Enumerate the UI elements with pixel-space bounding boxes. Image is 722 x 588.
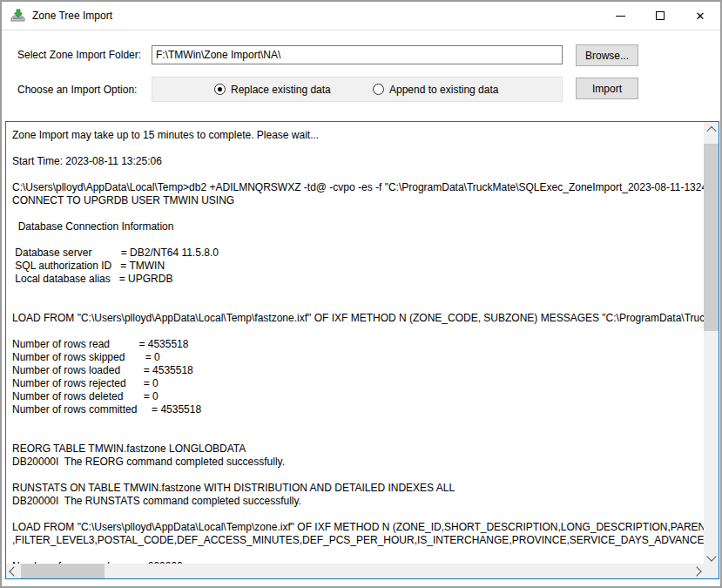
maximize-icon bbox=[656, 11, 665, 20]
close-icon: ✕ bbox=[696, 10, 705, 22]
scrollbar-corner bbox=[704, 564, 719, 578]
minimize-button[interactable] bbox=[600, 2, 640, 30]
zone-import-icon bbox=[10, 9, 25, 23]
vertical-scroll-thumb[interactable] bbox=[704, 144, 719, 331]
chevron-down-icon bbox=[706, 551, 716, 561]
import-button[interactable]: Import bbox=[576, 78, 638, 99]
radio-append-to-existing-data[interactable]: Append to existing data bbox=[373, 78, 498, 101]
folder-label: Select Zone Import Folder: bbox=[17, 49, 141, 61]
radio-replace-existing-data[interactable]: Replace existing data bbox=[214, 78, 331, 101]
radio-icon bbox=[214, 84, 226, 95]
scroll-left-button[interactable] bbox=[6, 564, 21, 578]
chevron-right-icon bbox=[692, 566, 701, 576]
scroll-down-button[interactable] bbox=[704, 549, 719, 564]
log-output: Zone Import may take up to 15 minutes to… bbox=[6, 122, 704, 564]
minimize-icon bbox=[616, 16, 625, 17]
radio-label: Replace existing data bbox=[231, 84, 331, 96]
maximize-button[interactable] bbox=[640, 2, 680, 30]
horizontal-scrollbar[interactable] bbox=[6, 564, 704, 578]
title-bar: Zone Tree Import ✕ bbox=[2, 2, 720, 30]
vertical-scrollbar[interactable] bbox=[704, 122, 719, 564]
horizontal-scroll-thumb[interactable] bbox=[21, 564, 105, 578]
log-content[interactable]: Zone Import may take up to 15 minutes to… bbox=[6, 122, 704, 564]
browse-button[interactable]: Browse... bbox=[576, 44, 638, 66]
zone-tree-import-dialog: Zone Tree Import ✕ Select Zone Import Fo… bbox=[0, 0, 722, 588]
chevron-up-icon bbox=[706, 125, 716, 135]
close-button[interactable]: ✕ bbox=[680, 2, 720, 30]
log-panel: Zone Import may take up to 15 minutes to… bbox=[5, 121, 719, 579]
radio-icon bbox=[373, 84, 384, 95]
folder-input[interactable] bbox=[152, 45, 563, 64]
option-label: Choose an Import Option: bbox=[17, 84, 137, 96]
scroll-right-button[interactable] bbox=[689, 564, 704, 578]
chevron-left-icon bbox=[9, 566, 18, 576]
window-title: Zone Tree Import bbox=[32, 10, 112, 22]
import-option-group: Replace existing data Append to existing… bbox=[152, 77, 563, 102]
scroll-up-button[interactable] bbox=[704, 122, 719, 137]
window-controls: ✕ bbox=[600, 2, 720, 30]
radio-label: Append to existing data bbox=[389, 84, 498, 96]
